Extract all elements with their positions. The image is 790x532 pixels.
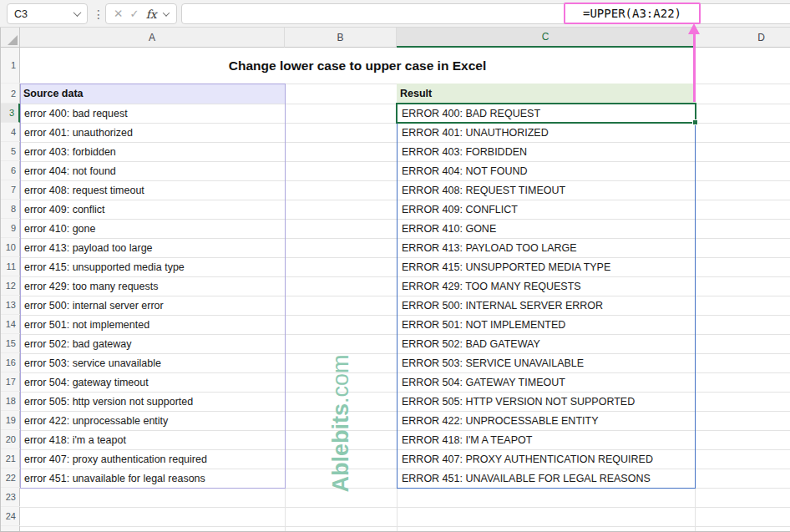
enter-icon[interactable]: ✓ — [130, 8, 139, 19]
cell-C19[interactable]: ERROR 422: UNPROCESSABLE ENTITY — [398, 411, 693, 430]
cell-result-header-C2[interactable]: Result — [397, 84, 695, 104]
cell-C6[interactable]: ERROR 404: NOT FOUND — [398, 161, 693, 180]
cell-source-header-A2[interactable]: Source data — [20, 84, 285, 104]
cell-C11[interactable]: ERROR 415: UNSUPPORTED MEDIA TYPE — [398, 257, 693, 276]
gridline-v — [397, 84, 398, 532]
row-header-24[interactable]: 24 — [0, 507, 20, 526]
cell-A21[interactable]: error 407: proxy authentication required — [21, 449, 284, 469]
excel-window: C3 ⋮ ✕ ✓ fx =UPPER(A3:A22) ABCD123456789… — [0, 0, 790, 532]
cell-A22[interactable]: error 451: unavailable for legal reasons — [21, 469, 284, 488]
cell-C4[interactable]: ERROR 401: UNAUTHORIZED — [398, 123, 693, 142]
watermark-rest-text: .com — [328, 354, 354, 403]
cell-A20[interactable]: error 418: i'm a teapot — [21, 430, 284, 449]
cell-C8[interactable]: ERROR 409: CONFLICT — [398, 200, 693, 219]
toolbar-separator-dots-icon: ⋮ — [93, 3, 104, 24]
cell-C20[interactable]: ERROR 418: I'M A TEAPOT — [398, 430, 693, 449]
chevron-down-icon[interactable] — [163, 9, 170, 16]
cell-C5[interactable]: ERROR 403: FORBIDDEN — [398, 142, 693, 161]
cell-C15[interactable]: ERROR 502: BAD GATEWAY — [398, 334, 693, 353]
cell-C22[interactable]: ERROR 451: UNAVAILABLE FOR LEGAL REASONS — [398, 469, 693, 488]
formula-annotation-box: =UPPER(A3:A22) — [564, 3, 701, 24]
row-header-22[interactable]: 22 — [0, 469, 20, 488]
gridline-h — [20, 526, 790, 527]
row-header-7[interactable]: 7 — [0, 180, 20, 200]
row-header-20[interactable]: 20 — [0, 430, 20, 449]
column-header-D[interactable]: D — [695, 28, 790, 48]
formula-buttons-group: ✕ ✓ fx — [105, 3, 177, 24]
row-header-23[interactable]: 23 — [0, 488, 20, 507]
chevron-down-icon[interactable] — [73, 8, 82, 17]
cell-C14[interactable]: ERROR 501: NOT IMPLEMENTED — [398, 315, 693, 334]
gridline-h — [20, 488, 790, 489]
name-box[interactable]: C3 — [7, 3, 88, 24]
row-header-6[interactable]: 6 — [0, 161, 20, 180]
row-header-17[interactable]: 17 — [0, 372, 20, 392]
cell-A15[interactable]: error 502: bad gateway — [21, 334, 284, 353]
column-header-C[interactable]: C — [397, 28, 695, 48]
select-all-corner[interactable] — [0, 28, 20, 48]
cell-C7[interactable]: ERROR 408: REQUEST TIMEOUT — [398, 180, 693, 200]
gridline-v — [285, 84, 286, 532]
row-header-15[interactable]: 15 — [0, 334, 20, 353]
cancel-icon[interactable]: ✕ — [114, 8, 123, 20]
row-header-21[interactable]: 21 — [0, 449, 20, 469]
column-header-B[interactable]: B — [285, 28, 397, 48]
cell-A19[interactable]: error 422: unprocessable entity — [21, 411, 284, 430]
row-header-12[interactable]: 12 — [0, 276, 20, 296]
cell-A12[interactable]: error 429: too many requests — [21, 276, 284, 296]
cell-A3[interactable]: error 400: bad request — [21, 104, 284, 123]
cell-A8[interactable]: error 409: conflict — [21, 200, 284, 219]
fill-handle[interactable] — [692, 119, 698, 125]
cell-A11[interactable]: error 415: unsupported media type — [21, 257, 284, 276]
row-header-4[interactable]: 4 — [0, 123, 20, 142]
cell-C16[interactable]: ERROR 503: SERVICE UNAVAILABLE — [398, 353, 693, 372]
row-header-19[interactable]: 19 — [0, 411, 20, 430]
cell-C17[interactable]: ERROR 504: GATEWAY TIMEOUT — [398, 372, 693, 392]
cell-A17[interactable]: error 504: gateway timeout — [21, 372, 284, 392]
row-header-16[interactable]: 16 — [0, 353, 20, 372]
cell-A10[interactable]: error 413: payload too large — [21, 238, 284, 257]
watermark-bold-text: Ablebits — [328, 403, 354, 493]
row-header-1[interactable]: 1 — [0, 48, 20, 84]
cell-A16[interactable]: error 503: service unavailable — [21, 353, 284, 372]
cell-C10[interactable]: ERROR 413: PAYLOAD TOO LARGE — [398, 238, 693, 257]
cell-C9[interactable]: ERROR 410: GONE — [398, 219, 693, 238]
cell-A7[interactable]: error 408: request timeout — [21, 180, 284, 200]
cell-A6[interactable]: error 404: not found — [21, 161, 284, 180]
formula-annotation-text: =UPPER(A3:A22) — [583, 7, 681, 20]
row-header-8[interactable]: 8 — [0, 200, 20, 219]
name-box-value: C3 — [14, 8, 28, 20]
watermark: Ablebits.com — [273, 354, 408, 493]
insert-function-icon[interactable]: fx — [146, 8, 157, 20]
row-header-2[interactable]: 2 — [0, 84, 20, 104]
row-header-10[interactable]: 10 — [0, 238, 20, 257]
row-header-11[interactable]: 11 — [0, 257, 20, 276]
cell-C21[interactable]: ERROR 407: PROXY AUTHENTICATION REQUIRED — [398, 449, 693, 469]
cell-title-A1[interactable]: Change lower case to upper case in Excel — [20, 48, 695, 84]
annotation-arrow-head-icon — [688, 23, 700, 34]
cell-C18[interactable]: ERROR 505: HTTP VERSION NOT SUPPORTED — [398, 392, 693, 411]
cell-A18[interactable]: error 505: http version not supported — [21, 392, 284, 411]
row-header-5[interactable]: 5 — [0, 142, 20, 161]
gridline-v — [695, 84, 696, 532]
row-header-9[interactable]: 9 — [0, 219, 20, 238]
sheet-left-edge — [0, 28, 1, 532]
row-header-14[interactable]: 14 — [0, 315, 20, 334]
row-header-18[interactable]: 18 — [0, 392, 20, 411]
annotation-arrow-line — [693, 33, 696, 102]
cell-A4[interactable]: error 401: unauthorized — [21, 123, 284, 142]
gridline-h — [20, 507, 790, 508]
cell-A14[interactable]: error 501: not implemented — [21, 315, 284, 334]
cell-A5[interactable]: error 403: forbidden — [21, 142, 284, 161]
cell-C13[interactable]: ERROR 500: INTERNAL SERVER ERROR — [398, 296, 693, 315]
select-all-triangle-icon — [8, 35, 18, 45]
cell-C3[interactable]: ERROR 400: BAD REQUEST — [398, 104, 693, 123]
cell-A13[interactable]: error 500: internal server error — [21, 296, 284, 315]
row-header-3[interactable]: 3 — [0, 104, 20, 123]
cell-C12[interactable]: ERROR 429: TOO MANY REQUESTS — [398, 276, 693, 296]
row-header-13[interactable]: 13 — [0, 296, 20, 315]
column-header-A[interactable]: A — [20, 28, 285, 48]
cell-A9[interactable]: error 410: gone — [21, 219, 284, 238]
